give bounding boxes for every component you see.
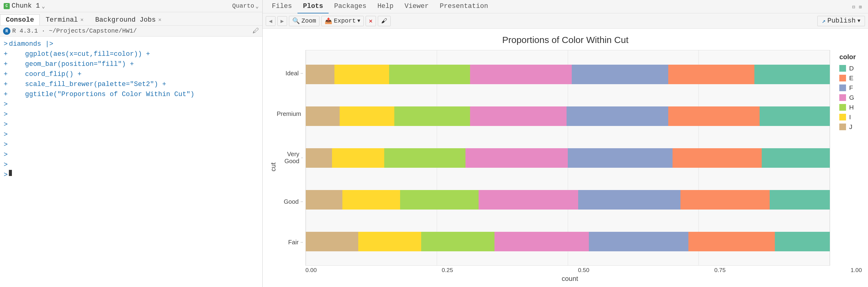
bar-segment	[494, 232, 589, 251]
code-line-3: + geom_bar(position="fill") +	[4, 59, 259, 69]
legend-swatch-H	[839, 104, 846, 111]
bar-segment	[760, 106, 830, 126]
bar-segment	[394, 106, 470, 126]
remove-button[interactable]: ✕	[366, 16, 376, 26]
tab-background-jobs-close[interactable]: ×	[158, 17, 161, 23]
bar-row-very-good	[306, 146, 830, 170]
publish-icon: ↗	[822, 17, 826, 25]
legend-label-E: E	[849, 74, 853, 82]
code-line-8: >	[4, 109, 259, 119]
bar-segment	[478, 190, 578, 210]
legend-item-I: I	[839, 113, 856, 121]
bar-segment	[342, 190, 400, 210]
bar-segment	[770, 190, 830, 210]
bar-segment	[470, 106, 566, 126]
bar-row-premium	[306, 104, 830, 129]
bar-segment	[335, 65, 389, 84]
tab-packages[interactable]: Packages	[329, 0, 372, 13]
x-tick-75: 0.75	[714, 267, 726, 274]
code-line-5: + scale_fill_brewer(palette="Set2") +	[4, 79, 259, 89]
brush-button[interactable]: 🖌	[378, 16, 391, 26]
legend-swatch-E	[839, 75, 846, 81]
legend-label-D: D	[849, 65, 854, 72]
x-axis-label: count	[278, 274, 862, 284]
chunk-bar: C Chunk 1 ⌄ Quarto ⌄	[0, 0, 262, 12]
bar-segment	[465, 148, 568, 168]
tabs-bar: Console Terminal × Background Jobs ×	[0, 12, 262, 26]
bar-segment	[421, 232, 494, 251]
y-label-ideal: Ideal	[278, 70, 303, 77]
zoom-icon: 🔍	[292, 17, 300, 25]
bar-segment	[306, 106, 340, 126]
bar-segment	[762, 148, 830, 168]
tab-viewer[interactable]: Viewer	[399, 0, 434, 13]
export-button[interactable]: 📤 Export ▼	[321, 16, 364, 26]
legend: color DEFGHIJ	[830, 50, 862, 266]
legend-swatch-J	[839, 123, 846, 130]
bar-segment	[400, 190, 478, 210]
y-axis-label: cut	[269, 50, 278, 284]
y-label-premium: Premium	[278, 110, 303, 117]
forward-button[interactable]: ▶	[277, 16, 287, 26]
bar-segment	[668, 65, 754, 84]
y-labels: Ideal Premium Very Good	[278, 50, 305, 266]
back-button[interactable]: ◀	[266, 16, 276, 26]
chunk-label: C Chunk 1 ⌄	[4, 2, 45, 10]
bar-segment	[306, 65, 335, 84]
tab-terminal-close[interactable]: ×	[80, 17, 84, 23]
quarto-dropdown-icon[interactable]: ⌄	[255, 3, 259, 9]
y-label-verygood: Very Good	[278, 151, 303, 165]
y-label-fair: Fair	[278, 239, 303, 246]
tab-terminal[interactable]: Terminal ×	[40, 14, 89, 25]
code-line-13: >	[4, 160, 259, 170]
x-tick-100: 1.00	[850, 267, 862, 274]
legend-swatch-F	[839, 84, 846, 91]
bar-segment	[384, 148, 465, 168]
viewer-toolbar: ◀ ▶ 🔍 Zoom 📤 Export ▼ ✕ 🖌 ↗ Publish ▼	[263, 13, 868, 29]
legend-label-H: H	[849, 104, 854, 111]
cursor	[9, 170, 12, 176]
legend-title: color	[839, 53, 856, 61]
remove-icon: ✕	[369, 17, 373, 25]
tab-plots[interactable]: Plots	[298, 0, 329, 13]
minimize-icon[interactable]: ⊟	[852, 4, 858, 9]
tab-files[interactable]: Files	[266, 0, 298, 13]
tab-presentation[interactable]: Presentation	[434, 0, 494, 13]
bars-area	[305, 50, 830, 266]
tab-console[interactable]: Console	[0, 14, 40, 25]
bar-segment	[673, 148, 762, 168]
legend-swatch-D	[839, 65, 846, 72]
window-controls: ⊟ ⊞	[852, 4, 864, 9]
console-content: > diamonds |> + ggplot(aes(x=cut,fill=co…	[0, 37, 262, 287]
legend-item-E: E	[839, 74, 856, 82]
code-line-1: > diamonds |>	[4, 39, 259, 49]
chunk-title: Chunk 1	[11, 2, 40, 10]
legend-label-F: F	[849, 84, 853, 92]
x-axis: 0.00 0.25 0.50 0.75 1.00 count	[278, 266, 862, 284]
bar-segment	[306, 190, 342, 210]
plot-title: Proportions of Color Within Cut	[502, 35, 628, 45]
tab-help[interactable]: Help	[372, 0, 399, 13]
maximize-icon[interactable]: ⊞	[859, 4, 864, 9]
plot-area: Proportions of Color Within Cut cut Idea…	[263, 29, 868, 287]
bar-segment	[568, 148, 673, 168]
zoom-button[interactable]: 🔍 Zoom	[289, 16, 319, 26]
bar-segment	[688, 232, 775, 251]
left-panel: C Chunk 1 ⌄ Quarto ⌄ Console Terminal × …	[0, 0, 263, 287]
chunk-dropdown-icon[interactable]: ⌄	[41, 3, 45, 9]
code-line-7: >	[4, 100, 259, 109]
publish-button[interactable]: ↗ Publish ▼	[817, 16, 865, 26]
legend-item-G: G	[839, 94, 856, 101]
export-icon: 📤	[325, 17, 332, 25]
bar-segment	[668, 106, 760, 126]
tab-background-jobs[interactable]: Background Jobs ×	[90, 14, 167, 25]
console-path: R R 4.3.1 · ~/Projects/Capstone/HW1/	[3, 28, 137, 35]
x-ticks-row: 0.00 0.25 0.50 0.75 1.00	[305, 266, 862, 274]
chart-area: Ideal Premium Very Good	[278, 50, 862, 284]
brush-icon: 🖌	[381, 17, 387, 25]
clear-console-icon[interactable]: 🖊	[253, 27, 259, 35]
legend-label-G: G	[849, 94, 854, 101]
code-line-6: + ggtitle("Proportions of Color Within C…	[4, 89, 259, 100]
bar-segment	[572, 65, 668, 84]
r-icon: R	[3, 28, 10, 35]
